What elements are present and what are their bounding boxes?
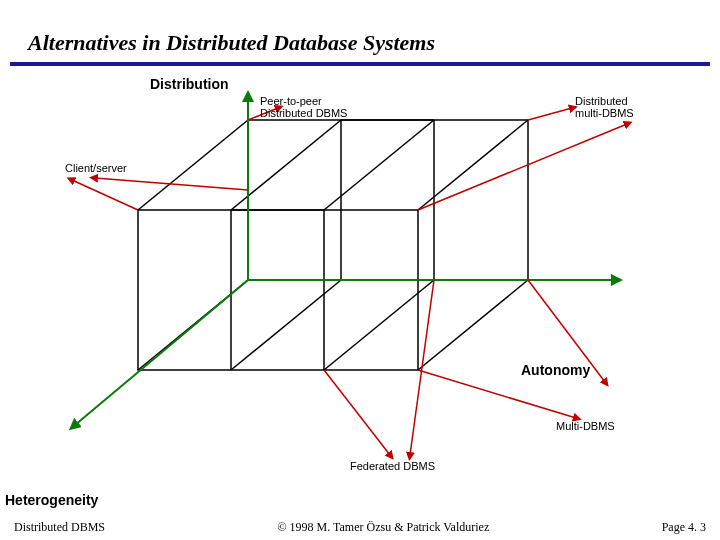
arrow-federated-back [410,280,434,455]
cube-wireframe [138,120,528,370]
svg-line-2 [138,120,248,210]
autonomy-axis-label: Autonomy [521,362,590,378]
distributed-multi-label: Distributedmulti-DBMS [575,95,634,119]
arrow-dmd-top [528,108,572,120]
arrow-federated-front [324,370,390,455]
red-arrows [72,108,627,455]
distribution-axis-label: Distribution [150,76,229,92]
p2p-dbms-label: Peer-to-peerDistributed DBMS [260,95,347,119]
footer: Distributed DBMS © 1998 M. Tamer Özsu & … [0,514,720,540]
footer-left: Distributed DBMS [14,520,105,535]
slide: Alternatives in Distributed Database Sys… [0,0,720,540]
footer-right: Page 4. 3 [662,520,706,535]
svg-line-5 [418,280,528,370]
federated-dbms-label: Federated DBMS [350,460,435,472]
svg-rect-0 [248,120,528,280]
arrow-client-server-back [95,178,248,190]
client-server-label: Client/server [65,162,127,174]
diagram-canvas [0,0,720,540]
heterogeneity-axis-label: Heterogeneity [5,492,98,508]
arrow-client-server-front [72,180,138,210]
footer-center: © 1998 M. Tamer Özsu & Patrick Valduriez [277,520,489,535]
arrow-dmd-front [418,124,627,210]
svg-rect-1 [138,210,418,370]
axis-heterogeneity [75,280,248,425]
multi-dbms-label: Multi-DBMS [556,420,615,432]
